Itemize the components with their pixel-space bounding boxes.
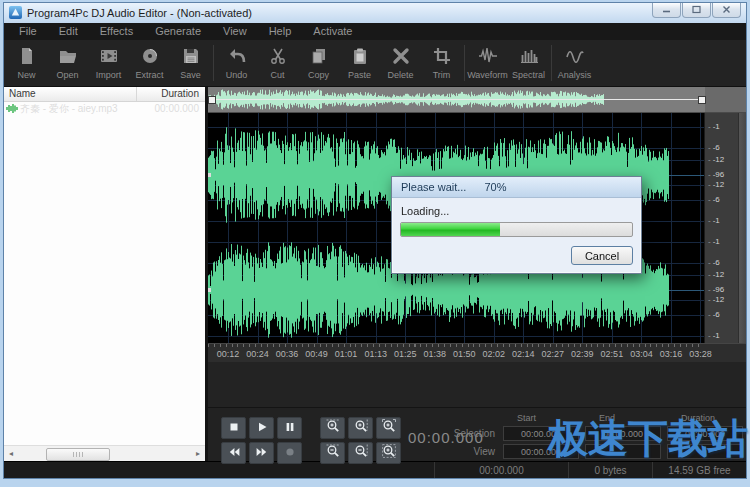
delete-cross-icon: [391, 46, 411, 70]
zoom-in-selection-button[interactable]: [376, 417, 401, 439]
maximize-icon: [691, 4, 702, 16]
undo-arrow-icon: [227, 46, 247, 70]
zoom-full-button[interactable]: [376, 442, 401, 464]
trim-crop-icon: [432, 46, 452, 70]
toolbar-extract-button[interactable]: Extract: [129, 41, 170, 85]
toolbar-paste-button[interactable]: Paste: [339, 41, 380, 85]
toolbar-trim-button[interactable]: Trim: [421, 41, 462, 85]
overview-end-handle[interactable]: [698, 96, 706, 104]
dialog-body: Loading... Cancel: [392, 198, 641, 273]
cut-scissors-icon: [268, 46, 288, 70]
toolbar-button-label: Analysis: [558, 70, 592, 80]
toolbar-undo-button[interactable]: Undo: [216, 41, 257, 85]
toolbar-button-label: Delete: [387, 70, 413, 80]
zoom-out-vertical-icon: [354, 444, 368, 462]
toolbar-import-button[interactable]: Import: [88, 41, 129, 85]
play-button[interactable]: [249, 417, 274, 439]
timeline-label: 01:25: [394, 349, 417, 359]
menu-item-effects[interactable]: Effects: [89, 23, 144, 40]
toolbar-button-label: Open: [56, 70, 78, 80]
toolbar-button-label: Extract: [135, 70, 163, 80]
menu-item-help[interactable]: Help: [258, 23, 303, 40]
db-ruler-label: -6: [708, 310, 720, 319]
cancel-button[interactable]: Cancel: [571, 246, 633, 265]
record-button[interactable]: [277, 442, 302, 464]
menu-item-activate[interactable]: Activate: [302, 23, 363, 40]
toolbar-open-button[interactable]: Open: [47, 41, 88, 85]
db-ruler-label: -1: [708, 331, 720, 340]
zoom-out-horizontal-button[interactable]: [320, 442, 345, 464]
toolbar-cut-button[interactable]: Cut: [257, 41, 298, 85]
progress-bar: [400, 222, 633, 237]
file-list-item[interactable]: 齐秦 - 爱你 - aiey.mp3 00:00.000: [4, 102, 205, 115]
menu-item-generate[interactable]: Generate: [144, 23, 212, 40]
timeline-label: 03:04: [630, 349, 653, 359]
minimize-button[interactable]: [652, 3, 681, 18]
overview-start-handle[interactable]: [208, 96, 216, 104]
timeline-label: 01:13: [364, 349, 387, 359]
toolbar-waveform-button[interactable]: Waveform: [467, 41, 508, 85]
db-ruler-label: -1: [708, 122, 720, 131]
toolbar-spectral-button[interactable]: Spectral: [508, 41, 549, 85]
new-document-icon: [17, 46, 37, 70]
waveform-view-icon: [478, 46, 498, 70]
timeline-label: 00:24: [246, 349, 269, 359]
import-media-icon: [99, 46, 119, 70]
zoom-out-vertical-button[interactable]: [348, 442, 373, 464]
close-button[interactable]: [712, 3, 741, 18]
file-duration: 00:00.000: [139, 103, 205, 114]
timeline-label: 02:51: [601, 349, 624, 359]
file-list-horizontal-scrollbar[interactable]: ◂ ▸: [4, 445, 205, 461]
toolbar-analysis-button[interactable]: Analysis: [554, 41, 595, 85]
dialog-message: Loading...: [401, 205, 633, 217]
toolbar-save-button[interactable]: Save: [170, 41, 211, 85]
db-ruler-label: -96: [708, 170, 724, 179]
db-ruler-label: -96: [708, 285, 724, 294]
audio-file-icon: [4, 103, 20, 114]
file-name: 齐秦 - 爱你 - aiey.mp3: [20, 102, 139, 116]
column-header-name[interactable]: Name: [4, 87, 137, 101]
rewind-button[interactable]: [221, 442, 246, 464]
timeline-ruler[interactable]: 00:1200:2400:3600:4901:0101:1301:2501:38…: [208, 343, 746, 362]
fast-forward-button[interactable]: [249, 442, 274, 464]
column-header-duration[interactable]: Duration: [137, 87, 205, 101]
toolbar-new-button[interactable]: New: [6, 41, 47, 85]
spectral-bars-icon: [519, 46, 539, 70]
play-icon: [256, 419, 268, 437]
db-ruler-label: -12: [708, 155, 724, 164]
dialog-title-bar[interactable]: Please wait... 70%: [392, 177, 641, 198]
toolbar-button-label: Copy: [308, 70, 329, 80]
title-bar[interactable]: Program4Pc DJ Audio Editor - (Non-activa…: [4, 3, 746, 23]
menu-item-file[interactable]: File: [8, 23, 48, 40]
scrollbar-track[interactable]: [18, 447, 191, 460]
vertical-scrollbar[interactable]: [738, 113, 746, 343]
transport-group-gap: [305, 442, 317, 464]
close-icon: [721, 4, 732, 16]
toolbar-copy-button[interactable]: Copy: [298, 41, 339, 85]
scrollbar-thumb[interactable]: [46, 448, 110, 461]
timeline-ticks: [208, 344, 704, 347]
maximize-button[interactable]: [682, 3, 711, 18]
scroll-left-arrow-icon[interactable]: ◂: [4, 449, 18, 458]
menu-item-edit[interactable]: Edit: [48, 23, 89, 40]
toolbar-button-label: Spectral: [512, 70, 545, 80]
save-floppy-icon: [181, 46, 201, 70]
zoom-in-vertical-button[interactable]: [348, 417, 373, 439]
db-ruler-label: -6: [708, 195, 720, 204]
menu-item-view[interactable]: View: [212, 23, 258, 40]
zoom-in-horizontal-button[interactable]: [320, 417, 345, 439]
timeline-label: 03:16: [660, 349, 683, 359]
window-controls: [652, 3, 741, 18]
toolbar-delete-button[interactable]: Delete: [380, 41, 421, 85]
timeline-label: 03:28: [689, 349, 712, 359]
dialog-actions: Cancel: [400, 246, 633, 265]
toolbar-button-label: Import: [96, 70, 122, 80]
stop-button[interactable]: [221, 417, 246, 439]
waveform-overview[interactable]: [208, 87, 746, 113]
toolbar-separator: [464, 45, 465, 81]
scroll-right-arrow-icon[interactable]: ▸: [191, 449, 205, 458]
toolbar-button-label: Trim: [433, 70, 451, 80]
watermark: 极速下载站: [548, 411, 748, 466]
pause-button[interactable]: [277, 417, 302, 439]
toolbar-separator: [551, 45, 552, 81]
